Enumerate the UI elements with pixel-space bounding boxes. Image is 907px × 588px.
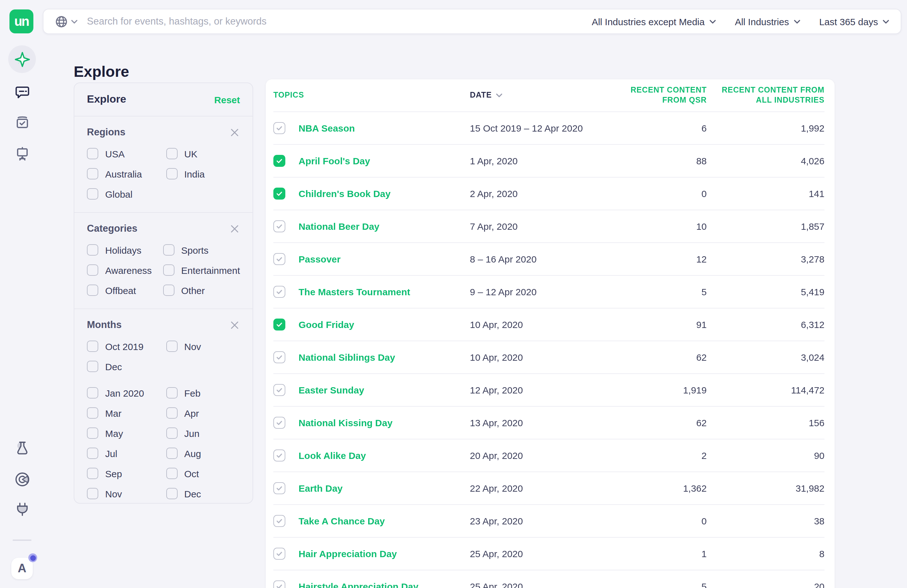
checkbox[interactable] — [166, 387, 177, 398]
checkbox[interactable] — [163, 244, 174, 256]
row-checkbox[interactable] — [273, 286, 285, 298]
table-row[interactable]: Good Friday 10 Apr, 2020 91 6,312 — [273, 308, 824, 341]
search-scope-selector[interactable] — [55, 15, 77, 28]
table-row[interactable]: Earth Day 22 Apr, 2020 1,362 31,982 — [273, 472, 824, 505]
filter-option[interactable]: India — [166, 168, 240, 179]
table-row[interactable]: National Kissing Day 13 Apr, 2020 62 156 — [273, 407, 824, 439]
close-icon[interactable] — [229, 127, 240, 137]
filter-option[interactable]: Oct 2019 — [87, 340, 161, 352]
checkbox[interactable] — [166, 168, 177, 179]
row-checkbox[interactable] — [273, 253, 285, 265]
table-row[interactable]: Passover 8 – 16 Apr 2020 12 3,278 — [273, 243, 824, 276]
filter-option[interactable]: Dec — [166, 488, 240, 499]
topic-link[interactable]: National Kissing Day — [290, 417, 470, 428]
table-row[interactable]: The Masters Tournament 9 – 12 Apr 2020 5… — [273, 276, 824, 308]
filter-option[interactable]: Apr — [166, 407, 240, 419]
checkbox[interactable] — [87, 427, 98, 439]
checkbox[interactable] — [87, 188, 98, 200]
checkbox[interactable] — [166, 340, 177, 352]
checkbox[interactable] — [87, 148, 98, 159]
filter-option[interactable]: Australia — [87, 168, 161, 179]
table-row[interactable]: NBA Season 15 Oct 2019 – 12 Apr 2020 6 1… — [273, 112, 824, 145]
filter-option[interactable]: Awareness — [87, 264, 158, 276]
topic-link[interactable]: Hair Appreciation Day — [290, 548, 470, 559]
filter-option[interactable]: Sports — [163, 244, 240, 256]
close-icon[interactable] — [229, 320, 240, 330]
topic-link[interactable]: NBA Season — [290, 123, 470, 133]
checkbox[interactable] — [166, 427, 177, 439]
row-checkbox[interactable] — [273, 318, 285, 331]
search-input[interactable] — [86, 15, 441, 28]
close-icon[interactable] — [229, 223, 240, 234]
checkbox[interactable] — [166, 447, 177, 459]
row-checkbox[interactable] — [273, 155, 285, 167]
checkbox[interactable] — [87, 447, 98, 459]
checkbox[interactable] — [87, 488, 98, 499]
checkbox[interactable] — [87, 168, 98, 179]
table-row[interactable]: Look Alike Day 20 Apr, 2020 2 90 — [273, 439, 824, 472]
row-checkbox[interactable] — [273, 417, 285, 429]
sidebar-item-labs[interactable] — [8, 435, 36, 462]
checkbox[interactable] — [87, 340, 98, 352]
user-avatar[interactable]: A — [11, 558, 33, 579]
checkbox[interactable] — [166, 148, 177, 159]
row-checkbox[interactable] — [273, 220, 285, 232]
industry-except-media-dropdown[interactable]: All Industries except Media — [592, 16, 716, 27]
checkbox[interactable] — [87, 361, 98, 372]
sidebar-item-discover[interactable] — [8, 465, 36, 493]
topic-link[interactable]: April Fool's Day — [290, 155, 470, 166]
table-row[interactable]: National Siblings Day 10 Apr, 2020 62 3,… — [273, 341, 824, 374]
row-checkbox[interactable] — [273, 449, 285, 462]
row-checkbox[interactable] — [273, 515, 285, 527]
checkbox[interactable] — [87, 387, 98, 398]
date-range-dropdown[interactable]: Last 365 days — [819, 16, 889, 27]
filter-option[interactable]: Offbeat — [87, 284, 158, 296]
filter-option[interactable]: Holidays — [87, 244, 158, 256]
app-logo[interactable]: un — [10, 10, 34, 34]
filter-option[interactable]: Global — [87, 188, 161, 200]
filter-option[interactable]: Other — [163, 284, 240, 296]
row-checkbox[interactable] — [273, 351, 285, 363]
checkbox[interactable] — [87, 407, 98, 419]
table-row[interactable]: Easter Sunday 12 Apr, 2020 1,919 114,472 — [273, 374, 824, 407]
sidebar-item-explore[interactable] — [8, 45, 36, 73]
filter-option[interactable]: Jun — [166, 427, 240, 439]
sidebar-item-collections[interactable] — [8, 108, 36, 136]
checkbox[interactable] — [163, 284, 174, 296]
checkbox[interactable] — [87, 264, 98, 276]
topic-link[interactable]: Hairstyle Appreciation Day — [290, 581, 470, 588]
topic-link[interactable]: National Beer Day — [290, 221, 470, 232]
filter-option[interactable]: Feb — [166, 387, 240, 398]
filter-option[interactable]: Aug — [166, 447, 240, 459]
filter-option[interactable]: Mar — [87, 407, 161, 419]
row-checkbox[interactable] — [273, 548, 285, 560]
sidebar-item-integrations[interactable] — [8, 495, 36, 523]
topic-link[interactable]: Earth Day — [290, 483, 470, 494]
checkbox[interactable] — [166, 488, 177, 499]
filter-option[interactable]: Sep — [87, 468, 161, 479]
row-checkbox[interactable] — [273, 384, 285, 396]
filter-option[interactable]: Nov — [166, 340, 240, 352]
checkbox[interactable] — [163, 264, 174, 276]
sidebar-item-presentations[interactable] — [8, 140, 36, 168]
table-row[interactable]: National Beer Day 7 Apr, 2020 10 1,857 — [273, 210, 824, 243]
topic-link[interactable]: Good Friday — [290, 319, 470, 330]
filter-option[interactable]: Nov — [87, 488, 161, 499]
topic-link[interactable]: The Masters Tournament — [290, 286, 470, 297]
topic-link[interactable]: National Siblings Day — [290, 352, 470, 363]
checkbox[interactable] — [166, 468, 177, 479]
checkbox[interactable] — [87, 284, 98, 296]
checkbox[interactable] — [166, 407, 177, 419]
table-row[interactable]: Take A Chance Day 23 Apr, 2020 0 38 — [273, 505, 824, 538]
filter-option[interactable]: Dec — [87, 361, 161, 372]
table-row[interactable]: Children's Book Day 2 Apr, 2020 0 141 — [273, 177, 824, 210]
checkbox[interactable] — [87, 244, 98, 256]
filter-option[interactable]: USA — [87, 148, 161, 159]
checkbox[interactable] — [87, 468, 98, 479]
row-checkbox[interactable] — [273, 188, 285, 200]
table-row[interactable]: April Fool's Day 1 Apr, 2020 88 4,026 — [273, 145, 824, 177]
column-header-date[interactable]: Date — [470, 90, 606, 100]
filter-option[interactable]: UK — [166, 148, 240, 159]
topic-link[interactable]: Look Alike Day — [290, 450, 470, 461]
row-checkbox[interactable] — [273, 580, 285, 588]
